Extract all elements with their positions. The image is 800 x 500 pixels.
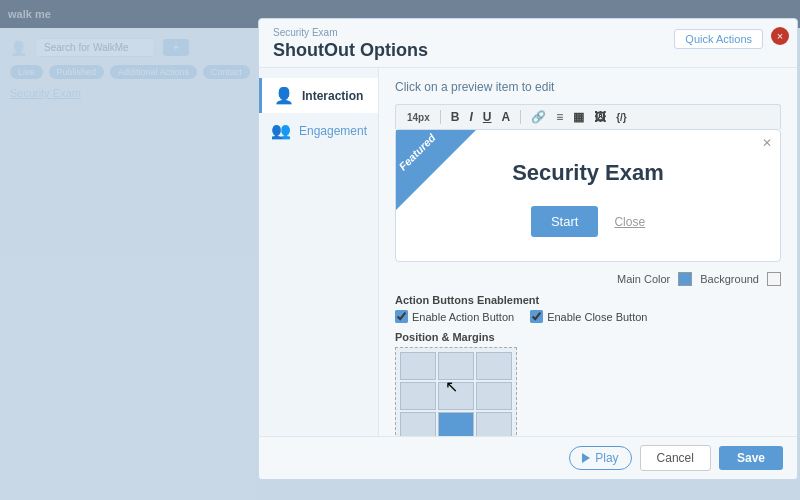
background-color-box[interactable]	[767, 272, 781, 286]
sidebar: 👤 Interaction 👥 Engagement	[259, 68, 379, 436]
preview-card-close[interactable]: ✕	[762, 136, 772, 150]
quick-actions-button[interactable]: Quick Actions	[674, 29, 763, 49]
italic-btn[interactable]: I	[466, 109, 475, 125]
close-icon: ×	[777, 31, 783, 42]
play-button[interactable]: Play	[569, 446, 631, 470]
main-color-box[interactable]	[678, 272, 692, 286]
table-btn[interactable]: ▦	[570, 109, 587, 125]
editor-toolbar: 14px B I U A 🔗 ≡ ▦ 🖼 {/}	[395, 104, 781, 129]
sidebar-item-interaction[interactable]: 👤 Interaction	[259, 78, 378, 113]
sidebar-item-engagement[interactable]: 👥 Engagement	[259, 113, 378, 148]
sidebar-item-interaction-label: Interaction	[302, 89, 363, 103]
modal-close-button[interactable]: ×	[771, 27, 789, 45]
color-settings-row: Main Color Background	[395, 272, 781, 286]
pos-cell-2[interactable]	[476, 352, 512, 380]
pos-cell-5[interactable]	[476, 382, 512, 410]
start-button[interactable]: Start	[531, 206, 598, 237]
toolbar-sep-1	[440, 110, 441, 124]
enable-action-label[interactable]: Enable Action Button	[395, 310, 514, 323]
save-button[interactable]: Save	[719, 446, 783, 470]
main-content: Click on a preview item to edit 14px B I…	[379, 68, 797, 436]
featured-ribbon: Featured	[396, 130, 476, 210]
pos-cell-7[interactable]	[438, 412, 474, 436]
position-title: Position & Margins	[395, 331, 781, 343]
action-buttons-section: Action Buttons Enablement Enable Action …	[395, 294, 781, 323]
position-section: Position & Margins ↖	[395, 331, 781, 436]
image-btn[interactable]: 🖼	[591, 109, 609, 125]
toolbar-sep-2	[520, 110, 521, 124]
enable-action-checkbox[interactable]	[395, 310, 408, 323]
preview-card: Featured ✕ Security Exam Start Close	[395, 129, 781, 262]
pos-cell-8[interactable]	[476, 412, 512, 436]
pos-cell-1[interactable]	[438, 352, 474, 380]
modal-header: Security Exam ShoutOut Options Quick Act…	[259, 19, 797, 68]
pos-cell-4[interactable]	[438, 382, 474, 410]
interaction-icon: 👤	[274, 86, 294, 105]
engagement-icon: 👥	[271, 121, 291, 140]
position-grid-wrapper: ↖	[395, 347, 781, 436]
close-link-button[interactable]: Close	[614, 215, 645, 229]
position-grid	[395, 347, 517, 436]
color-btn[interactable]: A	[498, 109, 513, 125]
code-btn[interactable]: {/}	[613, 111, 630, 124]
modal-body: 👤 Interaction 👥 Engagement Click on a pr…	[259, 68, 797, 436]
bold-btn[interactable]: B	[448, 109, 463, 125]
pos-cell-0[interactable]	[400, 352, 436, 380]
play-icon	[582, 453, 590, 463]
enable-close-label[interactable]: Enable Close Button	[530, 310, 647, 323]
checkbox-row: Enable Action Button Enable Close Button	[395, 310, 781, 323]
preview-buttons: Start Close	[420, 206, 756, 237]
shoutout-options-modal: Security Exam ShoutOut Options Quick Act…	[258, 18, 798, 480]
featured-text: Featured	[396, 130, 446, 181]
list-btn[interactable]: ≡	[553, 109, 566, 125]
pos-cell-6[interactable]	[400, 412, 436, 436]
underline-btn[interactable]: U	[480, 109, 495, 125]
instruction-text: Click on a preview item to edit	[395, 80, 781, 94]
action-buttons-title: Action Buttons Enablement	[395, 294, 781, 306]
background-label: Background	[700, 273, 759, 285]
font-size-btn[interactable]: 14px	[404, 111, 433, 124]
sidebar-item-engagement-label: Engagement	[299, 124, 367, 138]
link-btn[interactable]: 🔗	[528, 109, 549, 125]
cancel-button[interactable]: Cancel	[640, 445, 711, 471]
enable-close-checkbox[interactable]	[530, 310, 543, 323]
pos-cell-3[interactable]	[400, 382, 436, 410]
play-label: Play	[595, 451, 618, 465]
main-color-label: Main Color	[617, 273, 670, 285]
modal-footer: Play Cancel Save	[259, 436, 797, 479]
